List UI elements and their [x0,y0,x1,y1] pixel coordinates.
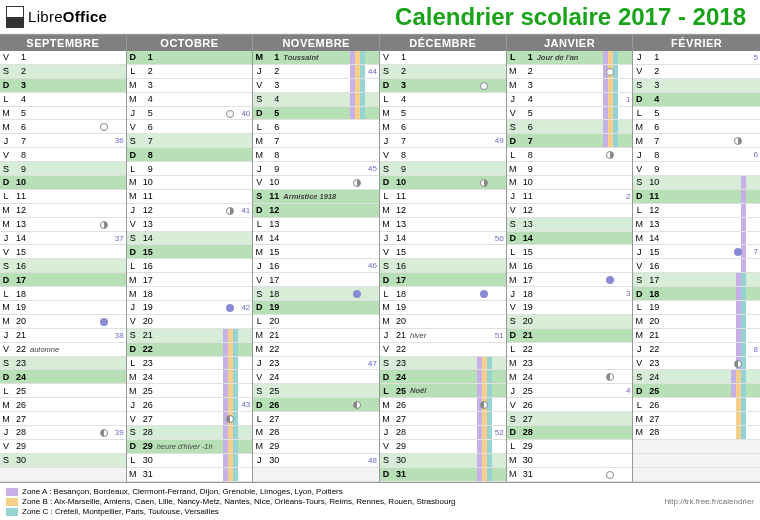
day-letter: L [0,289,12,299]
legend-row: Zone A : Besançon, Bordeaux, Clermont-Fe… [6,487,456,496]
day-number: 14 [392,233,408,243]
moon-phase-icon [226,110,234,118]
day-letter: J [380,330,392,340]
day-letter: D [380,469,392,479]
day-row: M1Toussaint [253,51,379,65]
day-letter: M [0,400,12,410]
day-letter: V [633,164,645,174]
legend-swatch [6,488,18,496]
day-number: 26 [12,400,28,410]
day-letter: V [633,261,645,271]
day-letter: L [380,94,392,104]
legend-label: Zone C : Créteil, Montpellier, Paris, To… [22,507,219,516]
day-row: D28 [507,426,633,440]
day-letter: J [127,400,139,410]
day-letter: S [380,261,392,271]
day-row: M28 [253,426,379,440]
day-letter: S [507,414,519,424]
day-number: 28 [265,427,281,437]
day-row: S7 [127,134,253,148]
month-grid: V1S2D3L4M5M6J736V8S9D10L11M12M13J1437V15… [0,51,126,482]
day-letter: J [380,427,392,437]
day-number: 17 [519,275,535,285]
day-letter: M [507,469,519,479]
zone-bars [223,398,238,411]
day-number: 13 [139,219,155,229]
day-letter: M [507,80,519,90]
day-letter: D [507,427,519,437]
day-row: V22 [380,343,506,357]
day-number: 10 [265,177,281,187]
day-row: S3 [633,79,760,93]
day-row: S2 [380,65,506,79]
day-number: 4 [12,94,28,104]
day-number: 26 [139,400,155,410]
day-letter: M [380,302,392,312]
day-number: 29 [139,441,155,451]
day-number: 26 [265,400,281,410]
day-number: 24 [645,372,661,382]
day-letter: S [633,372,645,382]
day-letter: D [507,330,519,340]
week-number: 51 [495,331,504,340]
zone-bars [223,370,238,383]
day-number: 18 [139,289,155,299]
day-number: 6 [645,122,661,132]
month-grid: L1Jour de l'anM2M3J41V5S6D7L8M9M10J112V1… [507,51,633,482]
day-letter: S [127,427,139,437]
zone-bar-C [487,357,492,370]
day-row-empty [253,468,379,482]
day-row: S9 [0,162,126,176]
day-number: 23 [519,358,535,368]
day-letter: M [253,52,265,62]
day-row: D14 [507,232,633,246]
day-number: 24 [139,372,155,382]
day-letter: M [253,233,265,243]
day-number: 29 [392,441,408,451]
day-row: S23 [380,357,506,371]
day-row: D31 [380,468,506,482]
day-number: 3 [12,80,28,90]
day-row: J183 [507,287,633,301]
zone-bar-C [233,468,238,481]
day-row: V9 [633,162,760,176]
day-letter: V [380,150,392,160]
day-row: M28 [633,426,760,440]
zone-bars [731,370,746,383]
zone-bars [477,384,492,397]
day-number: 11 [519,191,535,201]
zone-bars [223,384,238,397]
day-letter: J [507,289,519,299]
day-row: L18 [0,287,126,301]
month-header: SEPTEMBRE [0,35,126,51]
source-url: http://trk.free.fr/calendrier [665,497,754,506]
week-number: 48 [368,456,377,465]
day-number: 19 [519,302,535,312]
day-number: 15 [12,247,28,257]
day-letter: M [127,469,139,479]
day-row: V24 [253,370,379,384]
day-number: 10 [392,177,408,187]
day-number: 31 [139,469,155,479]
day-row: D21 [507,329,633,343]
day-number: 22 [645,344,661,354]
moon-phase-icon [100,221,108,229]
day-number: 21 [265,330,281,340]
day-row: D3 [380,79,506,93]
day-number: 5 [265,108,281,118]
zone-bar-C [613,107,618,120]
day-row: L6 [253,120,379,134]
day-letter: L [0,191,12,201]
day-number: 7 [645,136,661,146]
day-letter: L [633,205,645,215]
day-number: 16 [265,261,281,271]
day-row: M24 [127,370,253,384]
day-letter: L [507,247,519,257]
day-number: 11 [645,191,661,201]
day-row: V17 [253,273,379,287]
day-letter: D [127,247,139,257]
day-number: 1 [392,52,408,62]
day-row: M23 [507,357,633,371]
week-number: 38 [115,331,124,340]
day-row: M20 [633,315,760,329]
